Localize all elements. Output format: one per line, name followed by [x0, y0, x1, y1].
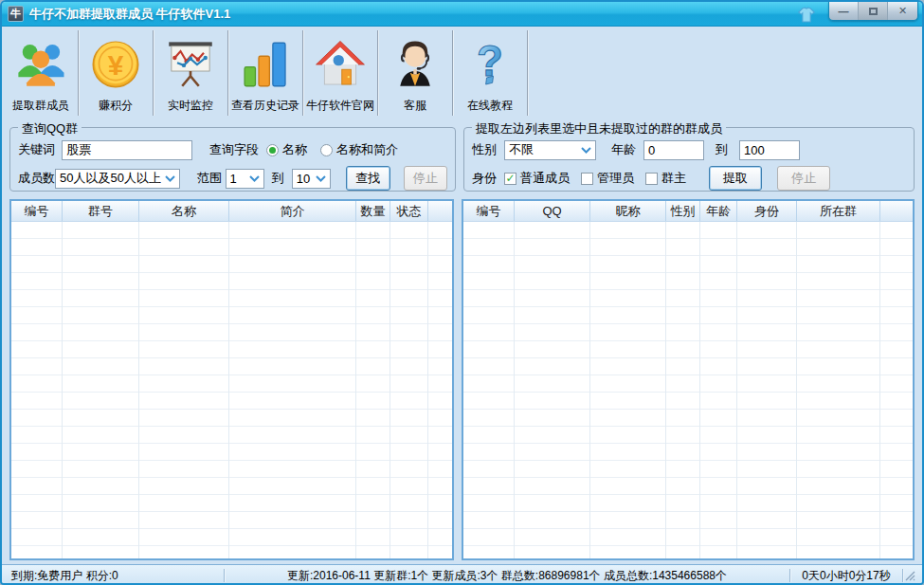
- column-header[interactable]: QQ: [515, 201, 590, 221]
- table-gridline: [62, 222, 63, 558]
- home-icon: [314, 31, 367, 98]
- column-header[interactable]: 年龄: [700, 201, 737, 221]
- chevron-down-icon: [165, 175, 175, 182]
- checkbox-icon: ✓: [504, 173, 516, 185]
- checkbox-admin[interactable]: 管理员: [581, 170, 634, 187]
- gender-select[interactable]: 不限: [504, 140, 596, 160]
- toolbar-label: 在线教程: [467, 98, 513, 114]
- skin-change-icon[interactable]: [796, 6, 817, 23]
- table-gridline: [796, 222, 797, 558]
- group-table-header: 编号 群号 名称 简介 数量 状态: [11, 201, 452, 222]
- member-count-label: 成员数: [18, 170, 55, 187]
- maximize-icon: [869, 8, 878, 15]
- table-gridline: [390, 222, 390, 558]
- identity-label: 身份: [472, 170, 504, 187]
- age-from-input[interactable]: [643, 140, 704, 160]
- toolbar-label: 客服: [404, 98, 426, 114]
- age-label: 年龄: [611, 141, 643, 158]
- svg-text:¥: ¥: [108, 49, 124, 81]
- range-from-value: 1: [230, 172, 245, 186]
- toolbar-separator: [527, 30, 528, 116]
- checkbox-admin-label: 管理员: [597, 170, 634, 187]
- extract-button[interactable]: 提取: [709, 166, 762, 191]
- column-header-filler: [428, 201, 452, 221]
- column-header-filler: [880, 201, 913, 221]
- table-gridline: [514, 222, 515, 558]
- keyword-input[interactable]: [62, 140, 192, 160]
- window-title: 牛仔不加群提取群成员 牛仔软件V1.1: [29, 6, 230, 23]
- range-to-select[interactable]: 10: [292, 169, 331, 189]
- coin-icon: ¥: [89, 31, 142, 98]
- stop-search-button: 停止: [404, 166, 447, 191]
- radio-name-and-intro[interactable]: 名称和简介: [320, 141, 398, 158]
- column-header[interactable]: 名称: [139, 201, 229, 221]
- chevron-down-icon: [316, 175, 326, 182]
- table-gridline: [228, 222, 229, 558]
- monitor-chart-icon: [164, 31, 217, 98]
- app-icon: 牛: [8, 6, 24, 22]
- checkbox-icon: [581, 173, 593, 185]
- table-gridline: [736, 222, 737, 558]
- column-header[interactable]: 性别: [666, 201, 700, 221]
- query-groupbox-title: 查询QQ群: [18, 120, 82, 137]
- toolbar-earn-points[interactable]: ¥ 赚积分: [79, 28, 153, 118]
- column-header[interactable]: 所在群: [797, 201, 880, 221]
- age-to-input[interactable]: [739, 140, 800, 160]
- column-header[interactable]: 身份: [737, 201, 797, 221]
- query-groupbox: 查询QQ群 关键词 查询字段 名称 名称和简介 成员数: [9, 127, 456, 192]
- gender-value: 不限: [509, 141, 577, 158]
- search-button[interactable]: 查找: [346, 166, 390, 191]
- column-header[interactable]: 状态: [390, 201, 428, 221]
- toolbar-online-tutorial[interactable]: ? 在线教程: [453, 28, 527, 118]
- table-gridline: [879, 222, 880, 558]
- minimize-button[interactable]: —: [829, 2, 859, 20]
- toolbar-extract-members[interactable]: 提取群成员: [4, 28, 78, 118]
- gender-label: 性别: [472, 141, 504, 158]
- column-header[interactable]: 简介: [229, 201, 356, 221]
- radio-name[interactable]: 名称: [266, 141, 307, 158]
- toolbar-view-history[interactable]: 查看历史记录: [228, 28, 302, 118]
- group-list-table: 编号 群号 名称 简介 数量 状态: [9, 199, 454, 560]
- toolbar-label: 提取群成员: [12, 98, 69, 114]
- table-gridline: [355, 222, 356, 558]
- title-bar[interactable]: 牛 牛仔不加群提取群成员 牛仔软件V1.1 — ✕: [2, 2, 922, 27]
- table-gridline: [427, 222, 428, 558]
- table-gridline: [138, 222, 139, 558]
- toolbar-label: 牛仔软件官网: [306, 98, 374, 114]
- radio-dot-icon: [266, 144, 279, 156]
- range-to-value: 10: [297, 172, 312, 186]
- member-count-value: 50人以及50人以上: [60, 170, 161, 187]
- resize-grip[interactable]: [903, 570, 916, 581]
- table-gridline: [589, 222, 590, 558]
- column-header[interactable]: 昵称: [590, 201, 666, 221]
- column-header[interactable]: 数量: [356, 201, 390, 221]
- column-header[interactable]: 编号: [463, 201, 515, 221]
- checkbox-normal-member-label: 普通成员: [520, 170, 570, 187]
- status-account-info: 到期:免费用户 积分:0: [8, 568, 224, 584]
- chevron-down-icon: [581, 147, 591, 154]
- member-count-select[interactable]: 50人以及50人以上: [55, 169, 180, 189]
- group-table-body[interactable]: [11, 222, 452, 558]
- maximize-button[interactable]: [859, 2, 888, 20]
- table-gridline: [665, 222, 666, 558]
- table-gridline: [699, 222, 700, 558]
- extract-groupbox: 提取左边列表里选中且未提取过的群的群成员 性别 不限 年龄 到 身份 ✓: [463, 127, 915, 192]
- column-header[interactable]: 编号: [11, 201, 63, 221]
- range-from-select[interactable]: 1: [226, 169, 264, 189]
- toolbar-customer-service[interactable]: 客服: [378, 28, 452, 118]
- radio-dot-icon: [320, 144, 333, 156]
- toolbar-official-site[interactable]: 牛仔软件官网: [303, 28, 377, 118]
- stop-extract-button: 停止: [777, 166, 830, 191]
- toolbar-realtime-monitor[interactable]: 实时监控: [154, 28, 227, 118]
- member-table-header: 编号 QQ 昵称 性别 年龄 身份 所在群: [463, 201, 913, 222]
- member-table-body[interactable]: [463, 222, 913, 558]
- toolbar-label: 赚积分: [99, 98, 133, 114]
- column-header[interactable]: 群号: [63, 201, 139, 221]
- checkbox-owner[interactable]: 群主: [645, 170, 686, 187]
- range-label: 范围: [197, 170, 226, 187]
- age-to-label: 到: [716, 141, 728, 158]
- chevron-down-icon: [249, 175, 260, 182]
- close-button[interactable]: ✕: [888, 2, 917, 20]
- checkbox-normal-member[interactable]: ✓ 普通成员: [504, 170, 570, 187]
- member-list-table: 编号 QQ 昵称 性别 年龄 身份 所在群: [462, 199, 915, 560]
